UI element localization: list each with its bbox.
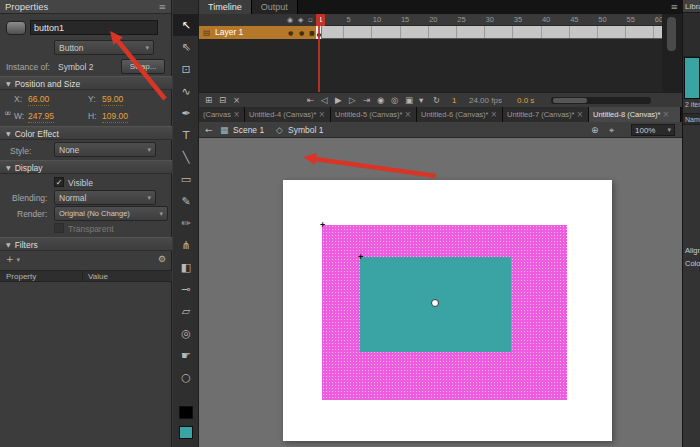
tab-color[interactable]: Color <box>683 259 700 268</box>
tab-align[interactable]: Align <box>683 246 700 255</box>
rectangle-tool[interactable]: ▭ <box>173 168 199 190</box>
instance-name-input[interactable] <box>30 20 158 35</box>
library-name-column-header[interactable]: Name <box>683 113 700 125</box>
outline-column-icon[interactable]: ▫ <box>308 14 313 26</box>
style-dropdown[interactable]: None ▾ <box>54 142 156 157</box>
layer-outline-color-swatch[interactable]: ■ <box>309 26 315 39</box>
section-header-display[interactable]: ▼Display <box>0 160 172 174</box>
current-frame-indicator[interactable]: 1 <box>452 93 456 108</box>
render-dropdown[interactable]: Original (No Change) ▾ <box>54 206 168 221</box>
hand-tool[interactable]: ☛ <box>173 344 199 366</box>
new-folder-icon[interactable]: ⊟ <box>219 93 226 108</box>
layer-name-cell[interactable]: ▤ Layer 1 ● ● ■ <box>199 26 316 39</box>
tab-timeline[interactable]: Timeline <box>199 0 252 14</box>
pencil-tool[interactable]: ✎ <box>173 190 199 212</box>
fill-color-swatch[interactable] <box>179 426 193 439</box>
eyedropper-tool[interactable]: ⊸ <box>173 278 199 300</box>
brush-tool[interactable]: ✏ <box>173 212 199 234</box>
pen-tool[interactable]: ✒ <box>173 102 199 124</box>
go-to-last-frame-icon[interactable]: ⇥ <box>363 93 370 108</box>
close-tab-icon[interactable]: × <box>577 110 584 119</box>
zoom-tool[interactable]: ○ <box>173 366 199 388</box>
play-icon[interactable]: ▶ <box>335 93 342 108</box>
transform-point-icon[interactable] <box>431 299 439 307</box>
onion-skin-icon[interactable]: ◉ <box>377 93 384 108</box>
panel-menu-icon[interactable]: ≡ <box>670 0 678 14</box>
document-tab[interactable]: Untitled-8 (Canvas)*× <box>589 107 681 122</box>
close-tab-icon[interactable]: × <box>405 110 412 119</box>
scrollbar-thumb[interactable] <box>667 17 676 51</box>
edit-multiple-frames-icon[interactable]: ▣ <box>405 93 413 108</box>
teal-rectangle[interactable]: + <box>360 257 511 352</box>
swap-button[interactable]: Swap... <box>121 59 165 74</box>
visible-checkbox[interactable]: ✓ <box>54 177 64 187</box>
tab-library[interactable]: Library <box>683 0 700 13</box>
library-item-thumbnail[interactable] <box>684 57 700 99</box>
lock-column-icon[interactable]: ◈ <box>298 14 303 26</box>
breadcrumb-symbol[interactable]: Symbol 1 <box>288 122 323 138</box>
section-header-color-effect[interactable]: ▼Color Effect <box>0 126 172 140</box>
close-tab-icon[interactable]: × <box>663 110 670 119</box>
lasso-tool[interactable]: ∿ <box>173 80 199 102</box>
new-layer-icon[interactable]: ⊞ <box>205 93 212 108</box>
subselection-tool[interactable]: ⇖ <box>173 36 199 58</box>
document-tab[interactable]: Untitled-7 (Canvas)*× <box>503 107 589 122</box>
canvas[interactable]: + + <box>283 180 612 441</box>
tab-output[interactable]: Output <box>252 0 298 14</box>
symbol-type-dropdown[interactable]: Button ▾ <box>54 40 154 55</box>
frame-rate-indicator[interactable]: 24.00 fps <box>469 93 502 108</box>
breadcrumb-scene[interactable]: Scene 1 <box>233 122 264 138</box>
selection-tool[interactable]: ↖ <box>173 14 199 36</box>
layer-lock-dot[interactable]: ● <box>299 26 304 39</box>
layer-name[interactable]: Layer 1 <box>215 26 243 39</box>
eraser-tool[interactable]: ▱ <box>173 300 199 322</box>
panel-menu-icon[interactable]: ≡ <box>158 0 166 13</box>
text-tool[interactable]: T <box>173 124 199 146</box>
line-tool[interactable]: ╲ <box>173 146 199 168</box>
modify-markers-icon[interactable]: ▾ <box>419 93 423 108</box>
blending-dropdown[interactable]: Normal ▾ <box>54 190 156 205</box>
timeline-horizontal-scrollbar[interactable] <box>551 97 651 104</box>
document-tab[interactable]: Untitled-6 (Canvas)*× <box>417 107 503 122</box>
layer-visible-dot[interactable]: ● <box>288 26 293 39</box>
width-tool[interactable]: ◎ <box>173 322 199 344</box>
paint-bucket-tool[interactable]: ◧ <box>173 256 199 278</box>
timeline-vertical-scrollbar[interactable] <box>662 14 682 92</box>
free-transform-tool[interactable]: ⊡ <box>173 58 199 80</box>
edit-symbols-icon[interactable]: ⊕ <box>591 122 599 138</box>
add-filter-button[interactable]: +▾ <box>6 252 20 267</box>
stroke-color-swatch[interactable] <box>179 406 193 419</box>
filter-options-gear-icon[interactable]: ⚙ <box>158 252 166 266</box>
document-tab[interactable]: Untitled-5 (Canvas)*× <box>331 107 417 122</box>
bone-tool[interactable]: ⋔ <box>173 234 199 256</box>
layer-frames-track[interactable] <box>316 26 662 39</box>
step-back-icon[interactable]: ◁ <box>321 93 328 108</box>
properties-panel-header[interactable]: Properties ≡ <box>0 0 171 14</box>
section-header-position-size[interactable]: ▼Position and Size <box>0 76 172 90</box>
stage[interactable]: + + <box>199 138 682 447</box>
close-tab-icon[interactable]: × <box>319 110 326 119</box>
document-tab[interactable]: (Canvas)*× <box>199 107 245 122</box>
go-to-first-frame-icon[interactable]: ⇤ <box>307 93 314 108</box>
lock-aspect-ratio-icon[interactable]: ∞ <box>4 106 12 120</box>
layer-row[interactable]: ▤ Layer 1 ● ● ■ <box>199 26 662 39</box>
loop-icon[interactable]: ↻ <box>433 93 440 108</box>
center-frame-icon[interactable]: ⌖ <box>609 122 614 138</box>
timeline-ruler[interactable]: ◉ ◈ ▫ 151015202530354045505560 <box>199 14 662 26</box>
section-header-filters[interactable]: ▼Filters <box>0 237 172 251</box>
eye-column-icon[interactable]: ◉ <box>287 14 293 26</box>
scrollbar-thumb[interactable] <box>553 98 587 103</box>
x-value[interactable]: 66.00 <box>28 94 49 106</box>
onion-skin-outlines-icon[interactable]: ◎ <box>391 93 398 108</box>
back-arrow-icon[interactable]: ← <box>205 122 213 138</box>
w-value[interactable]: 247.95 <box>28 111 54 123</box>
timeline-empty-area[interactable] <box>199 39 662 92</box>
h-value[interactable]: 109.00 <box>102 111 128 123</box>
zoom-dropdown[interactable]: 100% ▾ <box>631 124 675 136</box>
y-value[interactable]: 59.00 <box>102 94 123 106</box>
delete-layer-icon[interactable]: × <box>233 93 240 108</box>
close-tab-icon[interactable]: × <box>233 110 240 119</box>
document-tab[interactable]: Untitled-4 (Canvas)*× <box>245 107 331 122</box>
frame-ruler[interactable]: 151015202530354045505560 <box>316 14 662 26</box>
close-tab-icon[interactable]: × <box>491 110 498 119</box>
